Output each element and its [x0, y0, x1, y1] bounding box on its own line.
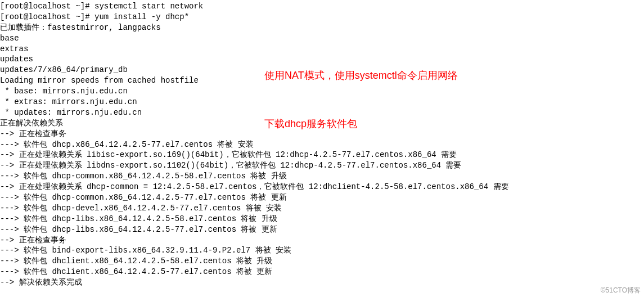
- terminal-line: [root@localhost ~]# systemctl start netw…: [0, 1, 644, 12]
- terminal-line: --> 正在处理依赖关系 libisc-export.so.169()(64bi…: [0, 150, 644, 160]
- terminal-line: --> 正在处理依赖关系 dhcp-common = 12:4.2.5-58.e…: [0, 182, 644, 192]
- annotation-note: 使用NAT模式，使用systemctl命令启用网络 下载dhcp服务软件包: [264, 35, 458, 148]
- terminal-line: [0, 288, 644, 297]
- watermark: ©51CTO博客: [601, 286, 641, 295]
- terminal-line: --> 正在处理依赖关系 libdns-export.so.1102()(64b…: [0, 160, 644, 171]
- terminal-line: ---> 软件包 dhcp-common.x86_64.12.4.2.5-77.…: [0, 192, 644, 203]
- terminal-line: [root@localhost ~]# yum install -y dhcp*: [0, 12, 644, 22]
- annotation-line-2: 下载dhcp服务软件包: [264, 116, 458, 132]
- terminal-line: ---> 软件包 bind-export-libs.x86_64.32.9.11…: [0, 245, 644, 256]
- terminal-line: ---> 软件包 dhcp-libs.x86_64.12.4.2.5-58.el…: [0, 214, 644, 224]
- terminal-line: ---> 软件包 dhcp-libs.x86_64.12.4.2.5-77.el…: [0, 224, 644, 235]
- terminal-line: ---> 软件包 dhcp-devel.x86_64.12.4.2.5-77.e…: [0, 203, 644, 214]
- terminal-line: ---> 软件包 dhclient.x86_64.12.4.2.5-77.el7…: [0, 267, 644, 277]
- terminal-line: --> 正在检查事务: [0, 235, 644, 246]
- terminal-line: --> 解决依赖关系完成: [0, 277, 644, 288]
- terminal-line: 已加载插件：fastestmirror, langpacks: [0, 22, 644, 33]
- annotation-line-1: 使用NAT模式，使用systemctl命令启用网络: [264, 68, 458, 84]
- terminal-line: ---> 软件包 dhcp-common.x86_64.12.4.2.5-58.…: [0, 171, 644, 182]
- terminal-line: ---> 软件包 dhclient.x86_64.12.4.2.5-58.el7…: [0, 256, 644, 267]
